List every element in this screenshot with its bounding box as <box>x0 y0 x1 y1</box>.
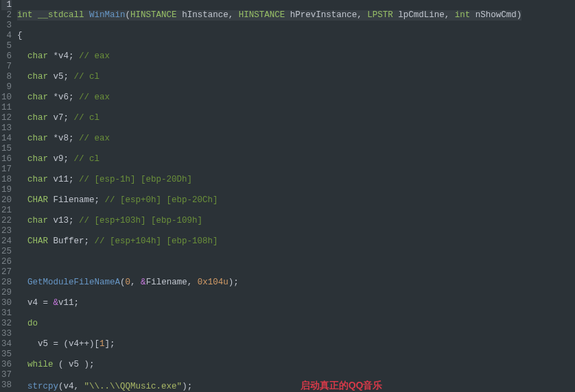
line-number: 38 <box>1 380 12 391</box>
line-number: 37 <box>1 370 12 380</box>
line-number: 28 <box>1 278 12 288</box>
line-number: 19 <box>1 185 12 195</box>
line-number: 14 <box>1 134 12 144</box>
code-editor: 1234567891011121314151617181920212223242… <box>0 0 575 392</box>
line-number: 4 <box>1 31 12 41</box>
line-number-gutter: 1234567891011121314151617181920212223242… <box>0 0 16 392</box>
keyword: int <box>17 10 33 20</box>
line-number: 27 <box>1 267 12 278</box>
line-number: 25 <box>1 247 12 257</box>
line-number: 21 <box>1 206 12 216</box>
line-number: 13 <box>1 123 12 134</box>
line-number: 26 <box>1 257 12 267</box>
line-number: 7 <box>1 62 12 72</box>
line-number: 17 <box>1 164 12 175</box>
line-number: 5 <box>1 41 12 51</box>
line-number: 18 <box>1 175 12 185</box>
line-number: 6 <box>1 51 12 62</box>
line-number: 1 <box>1 0 12 10</box>
line-number: 22 <box>1 216 12 226</box>
line-number: 10 <box>1 93 12 103</box>
line-number: 11 <box>1 103 12 113</box>
code-area[interactable]: int __stdcall WinMain(HINSTANCE hInstanc… <box>16 0 521 392</box>
line-number: 20 <box>1 195 12 206</box>
line-number: 34 <box>1 339 12 350</box>
line-number: 12 <box>1 113 12 123</box>
line-number: 31 <box>1 308 12 319</box>
line-number: 3 <box>1 21 12 31</box>
function-name: WinMain <box>89 10 126 20</box>
line-number: 33 <box>1 329 12 339</box>
line-number: 16 <box>1 154 12 164</box>
line-number: 2 <box>1 10 12 21</box>
line-number: 30 <box>1 298 12 308</box>
line-number: 23 <box>1 226 12 236</box>
line-number: 35 <box>1 350 12 360</box>
line-number: 24 <box>1 236 12 247</box>
line-number: 9 <box>1 82 12 93</box>
line-number: 29 <box>1 288 12 298</box>
line-number: 15 <box>1 144 12 154</box>
line-number: 36 <box>1 360 12 370</box>
line-number: 8 <box>1 72 12 82</box>
line-number: 32 <box>1 319 12 329</box>
annotation-1: 启动真正的QQ音乐 <box>301 380 383 391</box>
comment: // eax <box>79 51 110 61</box>
